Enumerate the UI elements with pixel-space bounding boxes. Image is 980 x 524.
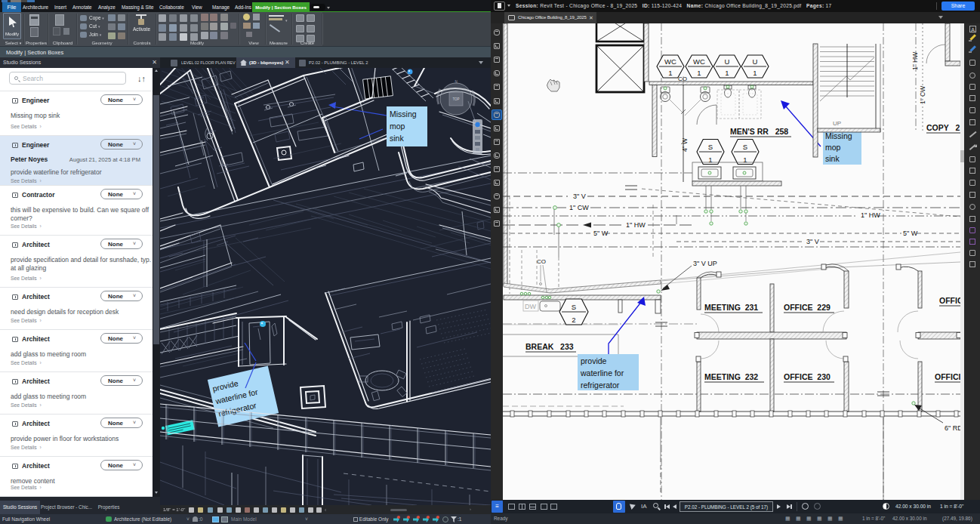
svg-text:S: S (708, 143, 713, 151)
svg-text:MEETING 231: MEETING 231 (704, 303, 758, 312)
svg-text:OFFICE 229: OFFICE 229 (784, 303, 831, 312)
svg-text:3" V: 3" V (806, 238, 819, 245)
svg-text:1" HW: 1" HW (626, 221, 646, 229)
svg-text:sink: sink (825, 154, 840, 163)
svg-text:S: S (743, 143, 747, 151)
svg-text:mop: mop (825, 143, 841, 152)
svg-text:DW: DW (525, 303, 536, 310)
svg-text:1" HW: 1" HW (861, 211, 880, 219)
svg-text:BREAK 233: BREAK 233 (525, 342, 574, 351)
svg-text:4" W: 4" W (681, 138, 689, 152)
svg-text:WC: WC (664, 57, 676, 66)
svg-text:U: U (725, 57, 730, 66)
svg-text:COPY 2: COPY 2 (926, 123, 960, 132)
svg-text:mop: mop (390, 122, 405, 131)
svg-text:UP: UP (833, 120, 841, 127)
svg-text:Missing: Missing (390, 109, 417, 119)
svg-text:3" V UP: 3" V UP (693, 260, 717, 267)
svg-text:provide: provide (581, 356, 607, 365)
svg-text:Missing: Missing (825, 131, 852, 140)
svg-text:N: N (455, 80, 457, 84)
svg-text:1: 1 (697, 69, 701, 77)
svg-text:sink: sink (390, 134, 404, 143)
svg-text:OFFICI: OFFICI (935, 372, 960, 381)
svg-text:refrigerator: refrigerator (581, 381, 620, 390)
svg-text:1" CW: 1" CW (919, 86, 926, 104)
svg-text:CO: CO (537, 258, 546, 265)
svg-text:1: 1 (668, 69, 672, 77)
svg-text:TOP: TOP (452, 97, 459, 101)
svg-text:5" W: 5" W (903, 230, 918, 237)
svg-text:OFFICE 230: OFFICE 230 (784, 372, 831, 381)
svg-text:1: 1 (725, 69, 729, 77)
svg-text:3" V: 3" V (573, 193, 586, 200)
svg-text:OFFIC: OFFIC (939, 296, 960, 305)
svg-text:MEN'S RR 258: MEN'S RR 258 (730, 127, 788, 136)
svg-text:2: 2 (572, 316, 575, 324)
svg-text:WC: WC (693, 57, 705, 66)
svg-text:U: U (753, 57, 758, 66)
svg-text:5" W: 5" W (593, 230, 609, 237)
svg-text:CO: CO (678, 76, 687, 82)
svg-text:S: S (572, 303, 576, 311)
svg-text:6" RD: 6" RD (945, 424, 960, 432)
svg-text:1" HW: 1" HW (911, 52, 919, 70)
svg-text:1: 1 (753, 69, 757, 77)
svg-text:1" CW: 1" CW (569, 204, 589, 211)
svg-text:waterline for: waterline for (580, 368, 624, 378)
svg-text:MEETING 232: MEETING 232 (704, 372, 758, 381)
